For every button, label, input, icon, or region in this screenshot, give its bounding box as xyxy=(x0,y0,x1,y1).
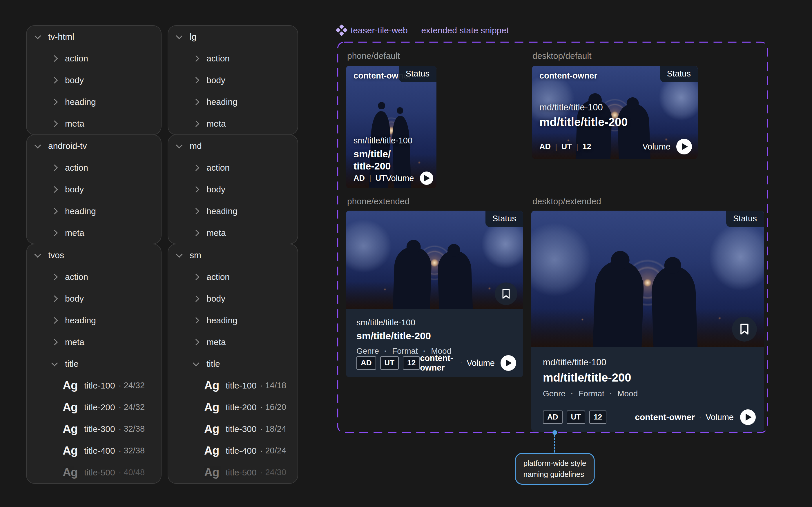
chevron-right-icon[interactable] xyxy=(193,120,200,127)
tree-group-md[interactable]: md xyxy=(168,135,298,157)
chevron-right-icon[interactable] xyxy=(193,186,200,193)
tree-item-action[interactable]: action xyxy=(27,266,161,288)
chevron-down-icon[interactable] xyxy=(35,251,41,258)
token-row-title-200[interactable]: Agtitle-200· 24/32 xyxy=(27,396,161,418)
tree-item-heading[interactable]: heading xyxy=(27,309,161,331)
type-sample: Ag xyxy=(63,401,81,414)
tree-subgroup-title[interactable]: title xyxy=(27,353,161,375)
chevron-right-icon[interactable] xyxy=(193,164,200,171)
token-row-title-500[interactable]: Agtitle-500· 24/30 xyxy=(168,461,298,483)
chevron-right-icon[interactable] xyxy=(193,274,200,280)
chevron-right-icon[interactable] xyxy=(51,55,58,62)
teaser-card-desktop-default[interactable]: content-owner Status md/title/title-100 … xyxy=(532,66,698,159)
token-row-title-300[interactable]: Agtitle-300· 18/24 xyxy=(168,418,298,440)
tree-item-meta[interactable]: meta xyxy=(168,331,298,353)
tag-label: Genre xyxy=(543,389,565,398)
tree-group-android-tv[interactable]: android-tv xyxy=(27,135,161,157)
token-row-title-500[interactable]: Agtitle-500· 40/48 xyxy=(27,461,161,483)
teaser-card-phone-extended[interactable]: Status sm/title/title-100 sm/title/title… xyxy=(346,211,523,377)
teaser-card-phone-default[interactable]: content-owner Status sm/title/title-100 … xyxy=(346,66,437,188)
chevron-right-icon[interactable] xyxy=(51,164,58,171)
tree-item-heading[interactable]: heading xyxy=(168,200,298,222)
tree-item-action[interactable]: action xyxy=(168,157,298,178)
classification-badges: ADUT12 xyxy=(543,410,606,424)
tree-item-action[interactable]: action xyxy=(27,157,161,178)
card-body: sm/title/title-100 sm/title/title-200 Ge… xyxy=(346,309,523,377)
tree-item-body[interactable]: body xyxy=(168,178,298,200)
tree-item-meta[interactable]: meta xyxy=(27,113,161,134)
title-100-text: sm/title/title-100 xyxy=(354,136,429,146)
token-row-title-100[interactable]: Agtitle-100· 14/18 xyxy=(168,375,298,396)
tree-group-tvos[interactable]: tvos xyxy=(27,244,161,266)
chevron-right-icon[interactable] xyxy=(51,77,58,83)
token-row-title-400[interactable]: Agtitle-400· 20/24 xyxy=(168,440,298,461)
play-button[interactable] xyxy=(676,139,692,155)
chevron-right-icon[interactable] xyxy=(193,99,200,105)
chevron-right-icon[interactable] xyxy=(193,339,200,345)
play-button[interactable] xyxy=(420,171,433,185)
chevron-right-icon[interactable] xyxy=(51,339,58,345)
tree-item-body[interactable]: body xyxy=(27,288,161,309)
tree-item-body[interactable]: body xyxy=(27,178,161,200)
chevron-right-icon[interactable] xyxy=(193,317,200,324)
tree-item-meta[interactable]: meta xyxy=(27,222,161,244)
tree-item-heading[interactable]: heading xyxy=(168,91,298,113)
chevron-right-icon[interactable] xyxy=(51,99,58,105)
token-value: · 24/30 xyxy=(260,467,286,477)
chevron-right-icon[interactable] xyxy=(193,77,200,83)
meta-row: AD|UT|12 Volume xyxy=(540,139,692,155)
token-row-title-400[interactable]: Agtitle-400· 32/38 xyxy=(27,440,161,461)
tree-group-tv-html[interactable]: tv-html xyxy=(27,26,161,48)
tree-item-action[interactable]: action xyxy=(168,48,298,69)
tree-item-body[interactable]: body xyxy=(27,69,161,91)
tree-item-body[interactable]: body xyxy=(168,288,298,309)
play-button[interactable] xyxy=(740,409,756,425)
type-sample: Ag xyxy=(204,401,222,414)
token-row-title-300[interactable]: Agtitle-300· 32/38 xyxy=(27,418,161,440)
chevron-down-icon[interactable] xyxy=(51,359,58,366)
chevron-right-icon[interactable] xyxy=(51,120,58,127)
dot-separator: · xyxy=(571,389,573,398)
chevron-down-icon[interactable] xyxy=(176,142,183,148)
play-button[interactable] xyxy=(501,355,516,371)
chevron-right-icon[interactable] xyxy=(51,274,58,280)
chevron-down-icon[interactable] xyxy=(35,33,41,39)
dot-separator: · xyxy=(610,389,612,398)
tree-item-body[interactable]: body xyxy=(168,69,298,91)
chevron-right-icon[interactable] xyxy=(51,208,58,214)
tree-group-lg[interactable]: lg xyxy=(168,26,298,48)
chevron-down-icon[interactable] xyxy=(176,251,183,258)
chevron-right-icon[interactable] xyxy=(51,295,58,302)
tree-item-meta[interactable]: meta xyxy=(168,113,298,134)
tree-subgroup-title[interactable]: title xyxy=(168,353,298,375)
chevron-right-icon[interactable] xyxy=(193,295,200,302)
tree-group-label: sm xyxy=(190,250,201,260)
bookmark-button[interactable] xyxy=(495,282,517,305)
chevron-down-icon[interactable] xyxy=(193,359,200,366)
teaser-card-desktop-extended[interactable]: Status md/title/title-100 md/title/title… xyxy=(531,211,764,432)
tree-item-label: body xyxy=(206,184,225,194)
chevron-right-icon[interactable] xyxy=(193,208,200,214)
bookmark-button[interactable] xyxy=(732,317,757,342)
tree-item-action[interactable]: action xyxy=(168,266,298,288)
chevron-right-icon[interactable] xyxy=(193,55,200,62)
figure-silhouette xyxy=(593,260,644,347)
tree-item-meta[interactable]: meta xyxy=(168,222,298,244)
tree-item-heading[interactable]: heading xyxy=(168,309,298,331)
chevron-right-icon[interactable] xyxy=(51,229,58,236)
token-value: · 16/20 xyxy=(260,402,286,412)
token-row-title-200[interactable]: Agtitle-200· 16/20 xyxy=(168,396,298,418)
token-group-md: mdactionbodyheadingmeta xyxy=(168,134,298,244)
tree-item-meta[interactable]: meta xyxy=(27,331,161,353)
figure-silhouette xyxy=(393,246,432,309)
chevron-down-icon[interactable] xyxy=(176,33,183,39)
tree-item-heading[interactable]: heading xyxy=(27,91,161,113)
tree-item-heading[interactable]: heading xyxy=(27,200,161,222)
chevron-right-icon[interactable] xyxy=(51,317,58,324)
chevron-right-icon[interactable] xyxy=(193,229,200,236)
tree-item-action[interactable]: action xyxy=(27,48,161,69)
chevron-down-icon[interactable] xyxy=(35,142,41,148)
tree-group-sm[interactable]: sm xyxy=(168,244,298,266)
chevron-right-icon[interactable] xyxy=(51,186,58,193)
token-row-title-100[interactable]: Agtitle-100· 24/32 xyxy=(27,375,161,396)
